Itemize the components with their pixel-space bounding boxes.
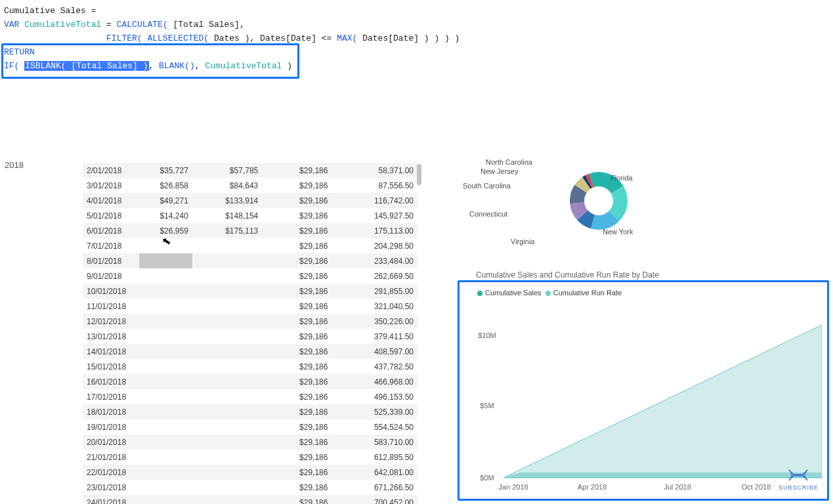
table-cell: $29,186 bbox=[262, 434, 331, 450]
table-cell: $49,271 bbox=[139, 193, 192, 208]
table-cell: $57,785 bbox=[192, 163, 262, 178]
x-tick: Jul 2018 bbox=[664, 483, 691, 491]
table-cell: 408,597.00 bbox=[331, 344, 417, 359]
table-cell bbox=[139, 465, 192, 480]
table-cell bbox=[139, 434, 192, 450]
table-cell: 9/01/2018 bbox=[83, 268, 139, 284]
donut-label: Florida bbox=[610, 174, 633, 182]
table-row[interactable]: 2/01/2018$35,727$57,785$29,18658,371.00 bbox=[83, 163, 417, 178]
table-cell: $29,186 bbox=[262, 208, 331, 223]
table-row[interactable]: 12/01/2018$29,186350,226.00 bbox=[83, 314, 417, 329]
donut-label: New York bbox=[603, 228, 633, 236]
table-row[interactable]: 5/01/2018$14,240$148,154$29,186145,927.5… bbox=[83, 208, 417, 223]
table-cell: 22/01/2018 bbox=[83, 465, 139, 480]
table-cell bbox=[192, 389, 262, 404]
table-cell bbox=[192, 253, 262, 268]
table-cell: $29,186 bbox=[262, 268, 331, 284]
table-cell bbox=[192, 450, 262, 465]
table-cell: 58,371.00 bbox=[331, 163, 417, 178]
table-cell: 2/01/2018 bbox=[83, 163, 139, 178]
table-cell bbox=[192, 299, 262, 314]
area-series-cum-sales bbox=[503, 472, 822, 478]
table-row[interactable]: 7/01/2018$29,186204,298.50 bbox=[83, 238, 417, 253]
table-row[interactable]: 21/01/2018$29,186612,895.50 bbox=[83, 450, 417, 465]
table-cell: 17/01/2018 bbox=[83, 389, 139, 404]
table-cell: $29,186 bbox=[262, 419, 331, 434]
table-cell: $29,186 bbox=[262, 223, 331, 238]
table-cell: $29,186 bbox=[262, 299, 331, 314]
table-row[interactable]: 15/01/2018$29,186437,782.50 bbox=[83, 359, 417, 374]
table-scrollbar[interactable] bbox=[417, 164, 421, 185]
table-cell bbox=[139, 268, 192, 284]
table-cell bbox=[192, 268, 262, 284]
table-cell bbox=[139, 284, 192, 299]
table-cell: 642,081.00 bbox=[331, 465, 417, 480]
table-row[interactable]: 3/01/2018$26,858$84,643$29,18687,556.50 bbox=[83, 178, 417, 193]
table-cell: $29,186 bbox=[262, 495, 331, 504]
table-row[interactable]: 10/01/2018$29,186291,855.00 bbox=[83, 284, 417, 299]
table-cell: 6/01/2018 bbox=[83, 223, 139, 238]
area-chart-legend[interactable]: Cumulative Sales Cumulative Run Rate bbox=[477, 289, 622, 297]
table-cell: 20/01/2018 bbox=[83, 434, 139, 450]
table-cell: 23/01/2018 bbox=[83, 480, 139, 495]
area-chart-visual[interactable]: $10M $5M $0M Jan 2018 Apr 2018 Jul 2018 … bbox=[467, 308, 822, 491]
table-cell bbox=[139, 359, 192, 374]
donut-label: South Carolina bbox=[463, 182, 511, 190]
table-cell bbox=[192, 314, 262, 329]
table-cell: 291,855.00 bbox=[331, 284, 417, 299]
table-cell bbox=[192, 329, 262, 344]
donut-label: Connecticut bbox=[469, 210, 507, 218]
data-table-visual[interactable]: 2/01/2018$35,727$57,785$29,18658,371.003… bbox=[83, 163, 417, 491]
table-cell: 233,484.00 bbox=[331, 253, 417, 268]
table-cell: $29,186 bbox=[262, 450, 331, 465]
table-row[interactable]: 16/01/2018$29,186466,968.00 bbox=[83, 374, 417, 389]
table-cell bbox=[139, 419, 192, 434]
table-cell: 379,411.50 bbox=[331, 329, 417, 344]
table-row[interactable]: 20/01/2018$29,186583,710.00 bbox=[83, 434, 417, 450]
table-row[interactable]: 8/01/2018$29,186233,484.00 bbox=[83, 253, 417, 268]
dna-icon bbox=[786, 467, 810, 483]
table-row[interactable]: 23/01/2018$29,186671,266.50 bbox=[83, 480, 417, 495]
table-row[interactable]: 9/01/2018$29,186262,669.50 bbox=[83, 268, 417, 284]
dax-formula-editor[interactable]: Cumulative Sales = VAR CumulativeTotal =… bbox=[4, 4, 829, 73]
donut-label: Virginia bbox=[511, 238, 535, 245]
table-cell: $29,186 bbox=[262, 193, 331, 208]
legend-item[interactable]: Cumulative Sales bbox=[485, 289, 542, 297]
table-cell bbox=[192, 495, 262, 504]
legend-dot-icon bbox=[477, 291, 482, 296]
area-series-run-rate bbox=[503, 325, 822, 478]
table-row[interactable]: 4/01/2018$49,271$133,914$29,186116,742.0… bbox=[83, 193, 417, 208]
table-cell: 8/01/2018 bbox=[83, 253, 139, 268]
table-cell: 24/01/2018 bbox=[83, 495, 139, 504]
table-row[interactable]: 6/01/2018$26,959$175,113$29,186175,113.0… bbox=[83, 223, 417, 238]
table-cell: 7/01/2018 bbox=[83, 238, 139, 253]
table-row[interactable]: 14/01/2018$29,186408,597.00 bbox=[83, 344, 417, 359]
table-row[interactable]: 22/01/2018$29,186642,081.00 bbox=[83, 465, 417, 480]
table-cell: $29,186 bbox=[262, 238, 331, 253]
table-cell: 437,782.50 bbox=[331, 359, 417, 374]
table-row[interactable]: 19/01/2018$29,186554,524.50 bbox=[83, 419, 417, 434]
table-cell: 525,339.00 bbox=[331, 404, 417, 419]
table-cell: 11/01/2018 bbox=[83, 299, 139, 314]
legend-item[interactable]: Cumulative Run Rate bbox=[553, 289, 622, 297]
table-cell: $29,186 bbox=[262, 284, 331, 299]
table-cell: 16/01/2018 bbox=[83, 374, 139, 389]
table-row[interactable]: 18/01/2018$29,186525,339.00 bbox=[83, 404, 417, 419]
table-cell: $29,186 bbox=[262, 404, 331, 419]
table-cell bbox=[139, 495, 192, 504]
table-cell: 145,927.50 bbox=[331, 208, 417, 223]
table-row[interactable]: 24/01/2018$29,186700,452.00 bbox=[83, 495, 417, 504]
donut-chart-visual[interactable]: North Carolina New Jersey South Carolina… bbox=[459, 158, 801, 256]
table-row[interactable]: 13/01/2018$29,186379,411.50 bbox=[83, 329, 417, 344]
table-cell: 5/01/2018 bbox=[83, 208, 139, 223]
table-cell: $29,186 bbox=[262, 389, 331, 404]
table-cell bbox=[192, 344, 262, 359]
table-cell bbox=[139, 389, 192, 404]
table-cell: $29,186 bbox=[262, 480, 331, 495]
table-cell bbox=[192, 465, 262, 480]
table-cell: $29,186 bbox=[262, 178, 331, 193]
subscribe-badge[interactable]: SUBSCRIBE bbox=[779, 467, 819, 491]
table-cell: $29,186 bbox=[262, 359, 331, 374]
table-row[interactable]: 17/01/2018$29,186496,153.50 bbox=[83, 389, 417, 404]
table-row[interactable]: 11/01/2018$29,186321,040.50 bbox=[83, 299, 417, 314]
